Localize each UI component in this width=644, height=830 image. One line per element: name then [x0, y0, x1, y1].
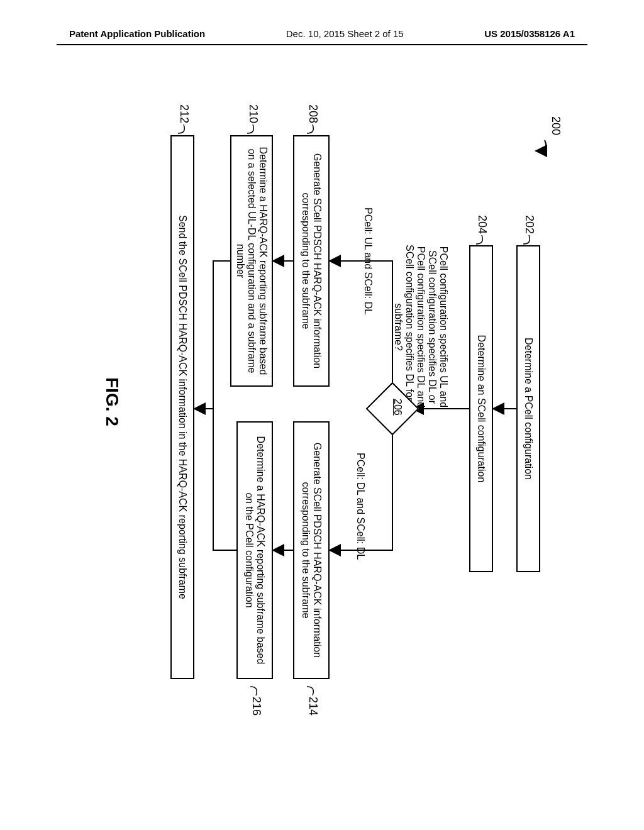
box-210-text: Determine a HARQ-ACK reporting subframe …: [235, 144, 269, 378]
box-214: Generate SCell PDSCH HARQ-ACK informatio…: [293, 421, 330, 679]
box-216-text: Determine a HARQ-ACK reporting subframe …: [243, 430, 266, 670]
box-212: Send the SCell PDSCH HARQ-ACK informatio…: [170, 135, 194, 679]
branch-left-label: PCell: UL and SCell: DL: [362, 208, 374, 314]
box-208: Generate SCell PDSCH HARQ-ACK informatio…: [293, 135, 330, 387]
header-divider: [57, 44, 587, 45]
header-center: Dec. 10, 2015 Sheet 2 of 15: [286, 28, 404, 39]
box-214-text: Generate SCell PDSCH HARQ-ACK informatio…: [300, 430, 323, 670]
diagram-container: 200 Determine a PCell configuration 202 …: [14, 162, 630, 655]
header-left: Patent Application Publication: [69, 28, 205, 39]
box-208-text: Generate SCell PDSCH HARQ-ACK informatio…: [300, 144, 323, 378]
box-204: Determine an SCell configuration: [469, 245, 493, 572]
box-202-text: Determine a PCell configuration: [523, 338, 534, 480]
box-212-text: Send the SCell PDSCH HARQ-ACK informatio…: [177, 215, 188, 599]
box-216: Determine a HARQ-ACK reporting subframe …: [236, 421, 273, 679]
ref-204: 204: [475, 215, 489, 234]
ref-212: 212: [177, 104, 191, 123]
ref-216: 216: [250, 697, 263, 716]
ref-206: 206: [392, 399, 403, 416]
header-right: US 2015/0358126 A1: [484, 28, 575, 39]
figure-label: FIG. 2: [102, 377, 122, 426]
diamond-question: PCell configuration specifies UL and SCe…: [392, 239, 449, 415]
ref-210: 210: [247, 104, 260, 123]
ref-202: 202: [523, 215, 536, 234]
flowchart: 200 Determine a PCell configuration 202 …: [75, 101, 569, 717]
page-header: Patent Application Publication Dec. 10, …: [0, 28, 644, 39]
ref-208: 208: [306, 104, 319, 123]
box-204-text: Determine an SCell configuration: [475, 335, 487, 483]
box-202: Determine a PCell configuration: [516, 245, 540, 572]
ref-200: 200: [549, 116, 562, 135]
ref-214: 214: [306, 697, 319, 716]
box-210: Determine a HARQ-ACK reporting subframe …: [230, 135, 273, 387]
branch-right-label: PCell: DL and SCell: DL: [355, 453, 366, 560]
